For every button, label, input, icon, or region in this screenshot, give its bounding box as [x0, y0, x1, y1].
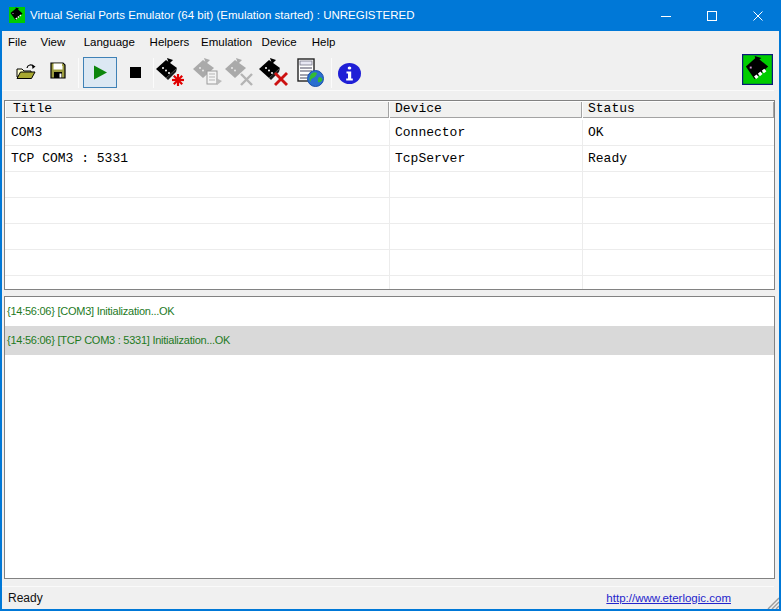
column-header-title[interactable]: Title [5, 101, 389, 118]
column-header-device[interactable]: Device [389, 101, 582, 118]
device-new-icon [155, 58, 185, 87]
device-list: Title Device Status COM3 Connector OK TC… [4, 100, 775, 290]
info-icon [338, 63, 361, 84]
status-message: Ready [8, 590, 43, 606]
log-entry[interactable]: {14:56:06} [COM3] Initialization...OK [5, 297, 774, 326]
statusbar-top-line [2, 586, 774, 587]
delete-device-button[interactable] [224, 58, 254, 87]
toolbar-bottom-line [2, 90, 774, 91]
report-globe-icon [295, 58, 325, 87]
maximize-button[interactable] [689, 0, 735, 31]
device-report-button[interactable] [295, 58, 325, 87]
vspe-window: Virtual Serial Ports Emulator (64 bit) (… [0, 0, 781, 611]
play-icon [93, 65, 108, 80]
eterlogic-link[interactable]: http://www.eterlogic.com [606, 590, 731, 606]
create-device-button[interactable] [155, 58, 185, 87]
column-grid-line [582, 120, 583, 289]
log-list: {14:56:06} [COM3] Initialization...OK {1… [4, 296, 775, 579]
device-delete-all-icon [258, 58, 288, 87]
device-properties-button[interactable] [192, 58, 222, 87]
log-entry-selected[interactable]: {14:56:06} [TCP COM3 : 5331] Initializat… [5, 326, 774, 355]
cell-device: TcpServer [389, 146, 582, 171]
toolbar [2, 53, 779, 90]
stop-emulation-button[interactable] [123, 57, 147, 88]
column-grid-line [389, 120, 390, 289]
resize-grip[interactable] [766, 595, 779, 608]
menu-helpers[interactable]: Helpers [142, 31, 198, 53]
window-border-left [0, 31, 2, 609]
menu-bar: File View Language Helpers Emulation Dev… [2, 31, 779, 53]
delete-all-devices-button[interactable] [258, 58, 288, 87]
menu-language[interactable]: Language [76, 31, 143, 53]
about-button[interactable] [338, 63, 361, 84]
menu-help[interactable]: Help [304, 31, 344, 53]
device-list-header: Title Device Status [5, 101, 774, 118]
minimize-button[interactable] [643, 0, 689, 31]
resize-grip-icon [766, 596, 779, 609]
menu-file[interactable]: File [0, 31, 35, 53]
toolbar-separator [78, 58, 79, 88]
app-icon[interactable] [9, 7, 25, 23]
eterlogic-logo[interactable] [742, 54, 773, 89]
device-properties-icon [192, 58, 222, 87]
cell-title: COM3 [5, 120, 389, 145]
toolbar-separator [153, 58, 154, 88]
save-button[interactable] [50, 62, 66, 79]
open-button[interactable] [16, 63, 36, 80]
cell-title: TCP COM3 : 5331 [5, 146, 389, 171]
cell-status: OK [582, 120, 774, 145]
device-delete-icon [224, 58, 254, 87]
toolbar-separator [331, 58, 332, 88]
cell-device: Connector [389, 120, 582, 145]
title-bar: Virtual Serial Ports Emulator (64 bit) (… [0, 0, 781, 31]
open-folder-icon [16, 63, 36, 80]
stop-icon [130, 67, 141, 78]
minimize-icon [661, 11, 671, 21]
cell-status: Ready [582, 146, 774, 171]
save-icon [50, 62, 66, 79]
menu-view[interactable]: View [33, 31, 74, 53]
close-button[interactable] [735, 0, 781, 31]
column-header-status[interactable]: Status [582, 101, 774, 118]
close-icon [753, 11, 763, 21]
menu-device[interactable]: Device [254, 31, 305, 53]
maximize-icon [707, 11, 717, 21]
window-title: Virtual Serial Ports Emulator (64 bit) (… [30, 0, 415, 31]
menu-emulation[interactable]: Emulation [193, 31, 260, 53]
start-emulation-button[interactable] [83, 57, 117, 88]
